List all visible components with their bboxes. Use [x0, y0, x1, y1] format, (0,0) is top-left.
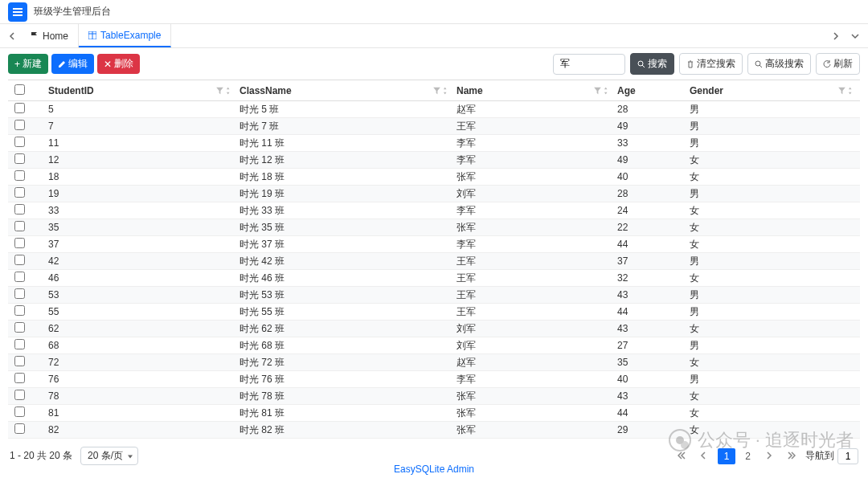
header-age[interactable]: Age	[616, 80, 688, 101]
row-checkbox[interactable]	[14, 423, 25, 434]
cell-name: 王军	[455, 253, 616, 270]
filter-icon[interactable]	[594, 87, 601, 94]
cell-gender: 男	[688, 135, 860, 152]
row-checkbox[interactable]	[14, 407, 25, 417]
column-controls[interactable]	[433, 87, 450, 94]
filter-icon[interactable]	[433, 87, 440, 94]
column-controls[interactable]	[838, 87, 855, 94]
cell-class-name: 时光 62 班	[238, 321, 455, 337]
table-row[interactable]: 76时光 76 班李军40男	[8, 371, 860, 388]
cell-name: 赵军	[455, 354, 616, 371]
cell-class-name: 时光 7 班	[238, 118, 455, 135]
cell-gender: 女	[688, 152, 860, 169]
table-row[interactable]: 35时光 35 班张军22女	[8, 219, 860, 236]
cell-gender: 女	[688, 169, 860, 186]
tab-more-dropdown[interactable]	[847, 28, 863, 44]
table-row[interactable]: 78时光 78 班张军43女	[8, 388, 860, 405]
clear-search-button[interactable]: 清空搜索	[679, 53, 743, 75]
cell-age: 43	[616, 321, 688, 337]
table-row[interactable]: 53时光 53 班王军43男	[8, 287, 860, 304]
edit-button[interactable]: 编辑	[51, 54, 94, 74]
row-checkbox[interactable]	[14, 339, 25, 349]
tab-table-example[interactable]: TableExample	[79, 24, 171, 47]
cell-age: 22	[616, 219, 688, 236]
page-first[interactable]	[673, 449, 690, 464]
sort-icon[interactable]	[848, 87, 855, 94]
header-student-id[interactable]: StudentID	[29, 80, 238, 101]
row-checkbox[interactable]	[14, 120, 25, 130]
select-all-checkbox[interactable]	[14, 84, 25, 95]
cell-gender: 男	[688, 371, 860, 388]
table-row[interactable]: 11时光 11 班李军33男	[8, 135, 860, 152]
cell-class-name: 时光 18 班	[238, 169, 455, 186]
tab-scroll-left[interactable]	[5, 28, 21, 44]
header-class-name[interactable]: ClassName	[238, 80, 455, 101]
table-icon	[88, 31, 96, 39]
delete-button[interactable]: ✕ 删除	[97, 54, 140, 74]
row-checkbox[interactable]	[14, 255, 25, 265]
table-row[interactable]: 18时光 18 班张军40女	[8, 169, 860, 186]
page-goto-input[interactable]	[837, 448, 858, 464]
page-prev[interactable]	[695, 449, 713, 464]
table-row[interactable]: 72时光 72 班赵军35女	[8, 354, 860, 371]
tab-scroll-right[interactable]	[828, 28, 844, 44]
advanced-search-button[interactable]: 高级搜索	[747, 53, 811, 75]
row-checkbox[interactable]	[14, 373, 25, 383]
refresh-button[interactable]: 刷新	[816, 53, 860, 75]
sort-icon[interactable]	[226, 87, 233, 94]
tab-home[interactable]: Home	[21, 24, 79, 47]
cell-gender: 女	[688, 236, 860, 253]
cell-gender: 男	[688, 118, 860, 135]
menu-toggle-button[interactable]	[8, 2, 27, 22]
table-row[interactable]: 33时光 33 班李军24女	[8, 202, 860, 219]
search-button[interactable]: 搜索	[630, 53, 674, 75]
new-button[interactable]: + 新建	[8, 54, 48, 74]
search-input[interactable]	[553, 54, 625, 75]
cell-class-name: 时光 46 班	[238, 270, 455, 287]
table-row[interactable]: 55时光 55 班王军44男	[8, 304, 860, 321]
table-row[interactable]: 19时光 19 班刘军28男	[8, 186, 860, 202]
table-row[interactable]: 12时光 12 班李军49女	[8, 152, 860, 169]
column-controls[interactable]	[594, 87, 611, 94]
page-number-2[interactable]: 2	[740, 449, 755, 464]
cell-age: 49	[616, 118, 688, 135]
table-row[interactable]: 46时光 46 班王军32女	[8, 270, 860, 287]
table-row[interactable]: 7时光 7 班王军49男	[8, 118, 860, 135]
sort-icon[interactable]	[443, 87, 450, 94]
page-size-select[interactable]: 20 条/页	[80, 447, 138, 465]
table-row[interactable]: 42时光 42 班王军37男	[8, 253, 860, 270]
row-checkbox[interactable]	[14, 187, 25, 198]
cell-age: 43	[616, 388, 688, 405]
table-row[interactable]: 81时光 81 班张军44女	[8, 405, 860, 422]
page-last[interactable]	[783, 449, 800, 464]
row-checkbox[interactable]	[14, 238, 25, 248]
row-checkbox[interactable]	[14, 356, 25, 366]
table-row[interactable]: 68时光 68 班刘军27男	[8, 337, 860, 354]
header-name[interactable]: Name	[455, 80, 616, 101]
table-row[interactable]: 62时光 62 班刘军43女	[8, 321, 860, 337]
row-checkbox[interactable]	[14, 272, 25, 282]
page-next[interactable]	[760, 449, 778, 464]
table-row[interactable]: 37时光 37 班李军44女	[8, 236, 860, 253]
row-checkbox[interactable]	[14, 170, 25, 181]
table-row[interactable]: 82时光 82 班张军29女	[8, 422, 860, 439]
table-row[interactable]: 5时光 5 班赵军28男	[8, 101, 860, 118]
cell-name: 刘军	[455, 337, 616, 354]
row-checkbox[interactable]	[14, 204, 25, 214]
column-controls[interactable]	[216, 87, 233, 94]
header-gender[interactable]: Gender	[688, 80, 860, 101]
row-checkbox[interactable]	[14, 322, 25, 333]
row-checkbox[interactable]	[14, 221, 25, 231]
filter-icon[interactable]	[216, 87, 223, 94]
page-number-1[interactable]: 1	[718, 448, 736, 464]
row-checkbox[interactable]	[14, 137, 25, 147]
row-checkbox[interactable]	[14, 103, 25, 113]
filter-icon[interactable]	[838, 87, 845, 94]
row-checkbox[interactable]	[14, 390, 25, 400]
cell-age: 40	[616, 169, 688, 186]
sort-icon[interactable]	[604, 87, 611, 94]
row-checkbox[interactable]	[14, 153, 25, 164]
row-checkbox[interactable]	[14, 305, 25, 316]
cell-class-name: 时光 19 班	[238, 186, 455, 202]
row-checkbox[interactable]	[14, 288, 25, 299]
